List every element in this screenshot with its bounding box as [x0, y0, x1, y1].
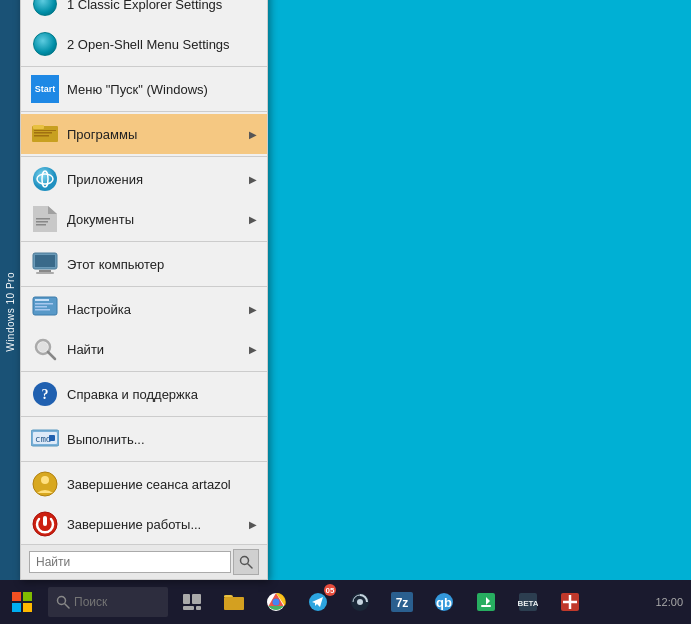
taskbar-beta-button[interactable]: BETA	[508, 580, 548, 624]
separator-2	[21, 111, 267, 112]
taskbar-search[interactable]	[48, 587, 168, 617]
svg-point-41	[58, 597, 66, 605]
svg-rect-11	[36, 221, 48, 223]
menu-item-programs[interactable]: Программы ▶	[21, 114, 267, 154]
svg-rect-15	[39, 270, 51, 272]
svg-line-42	[65, 604, 69, 608]
svg-rect-43	[183, 594, 190, 604]
menu-item-shutdown[interactable]: Завершение работы... ▶	[21, 504, 267, 544]
svg-point-53	[357, 599, 363, 605]
menu-item-apps[interactable]: Приложения ▶	[21, 159, 267, 199]
svg-rect-4	[34, 135, 49, 137]
settings-arrow: ▶	[249, 304, 257, 315]
menu-item-computer[interactable]: Этот компьютер	[21, 244, 267, 284]
tray-time: 12:00	[655, 596, 683, 608]
win10-sidebar: Windows 10 Pro	[0, 0, 20, 624]
system-tray: 12:00	[655, 596, 691, 608]
taskbar-qbittorrent-button[interactable]: qb	[424, 580, 464, 624]
shutdown-arrow: ▶	[249, 519, 257, 530]
apps-arrow: ▶	[249, 174, 257, 185]
svg-text:BETA: BETA	[518, 599, 538, 608]
programs-arrow: ▶	[249, 129, 257, 140]
menu-item-open-shell[interactable]: 2 Open-Shell Menu Settings	[21, 24, 267, 64]
svg-rect-18	[35, 299, 49, 301]
help-icon: ?	[31, 380, 59, 408]
search-menu-icon	[31, 335, 59, 363]
svg-rect-3	[34, 132, 52, 134]
menu-item-documents[interactable]: Документы ▶	[21, 199, 267, 239]
programs-icon	[31, 120, 59, 148]
svg-rect-34	[43, 516, 47, 526]
svg-rect-45	[183, 606, 194, 610]
separator-6	[21, 371, 267, 372]
taskbar-start-button[interactable]	[0, 580, 44, 624]
svg-rect-44	[192, 594, 201, 604]
search-arrow: ▶	[249, 344, 257, 355]
taskbar-steam-button[interactable]	[340, 580, 380, 624]
documents-icon	[31, 205, 59, 233]
computer-icon	[31, 250, 59, 278]
classic-explorer-icon	[31, 0, 59, 18]
menu-item-run[interactable]: cmd Выполнить...	[21, 419, 267, 459]
svg-rect-19	[35, 303, 53, 305]
separator-8	[21, 461, 267, 462]
open-shell-icon	[31, 30, 59, 58]
menu-item-start-windows[interactable]: Start Меню "Пуск" (Windows)	[21, 69, 267, 109]
run-icon: cmd	[31, 425, 59, 453]
taskbar-explorer-button[interactable]	[214, 580, 254, 624]
svg-rect-47	[224, 597, 244, 610]
svg-rect-38	[23, 592, 32, 601]
svg-rect-39	[12, 603, 21, 612]
svg-text:?: ?	[42, 387, 49, 402]
svg-rect-20	[35, 306, 47, 308]
menu-item-help[interactable]: ? Справка и поддержка	[21, 374, 267, 414]
taskbar-7zip-button[interactable]: 7z	[382, 580, 422, 624]
start-windows-icon: Start	[31, 75, 59, 103]
apps-icon	[31, 165, 59, 193]
taskbar-taskview-button[interactable]	[172, 580, 212, 624]
svg-rect-30	[49, 435, 55, 441]
svg-rect-40	[23, 603, 32, 612]
svg-text:7z: 7z	[396, 596, 409, 610]
logout-icon	[31, 470, 59, 498]
svg-line-24	[48, 352, 55, 359]
svg-rect-21	[35, 309, 50, 311]
svg-rect-14	[35, 255, 55, 267]
win10-label: Windows 10 Pro	[5, 272, 16, 352]
start-menu: 1 Classic Explorer Settings 2 Open-Shell…	[20, 0, 268, 580]
taskbar-icon-group: 05 7z	[172, 580, 590, 624]
separator-4	[21, 241, 267, 242]
taskbar-app9-button[interactable]	[550, 580, 590, 624]
menu-search-input[interactable]	[29, 551, 231, 573]
taskbar-search-input[interactable]	[74, 595, 144, 609]
taskbar-telegram-button[interactable]: 05	[298, 580, 338, 624]
settings-icon	[31, 295, 59, 323]
svg-point-35	[241, 557, 249, 565]
svg-point-23	[38, 342, 48, 352]
svg-rect-12	[36, 224, 46, 226]
svg-line-36	[248, 564, 252, 568]
svg-point-50	[273, 599, 280, 606]
svg-rect-46	[196, 606, 201, 610]
separator-1	[21, 66, 267, 67]
svg-rect-1	[33, 125, 44, 129]
shutdown-icon	[31, 510, 59, 538]
documents-arrow: ▶	[249, 214, 257, 225]
menu-item-logout[interactable]: Завершение сеанса artazol	[21, 464, 267, 504]
svg-rect-2	[34, 130, 56, 131]
menu-item-search[interactable]: Найти ▶	[21, 329, 267, 369]
svg-rect-10	[36, 218, 50, 220]
svg-rect-37	[12, 592, 21, 601]
menu-search-button[interactable]	[233, 549, 259, 575]
telegram-badge: 05	[324, 584, 336, 596]
svg-rect-16	[36, 272, 54, 274]
menu-item-settings[interactable]: Настройка ▶	[21, 289, 267, 329]
taskbar: 05 7z	[0, 580, 691, 624]
svg-text:qb: qb	[436, 595, 452, 610]
taskbar-downloader-button[interactable]	[466, 580, 506, 624]
separator-7	[21, 416, 267, 417]
separator-5	[21, 286, 267, 287]
taskbar-chrome-button[interactable]	[256, 580, 296, 624]
svg-point-32	[41, 476, 49, 484]
menu-item-classic-explorer[interactable]: 1 Classic Explorer Settings	[21, 0, 267, 24]
